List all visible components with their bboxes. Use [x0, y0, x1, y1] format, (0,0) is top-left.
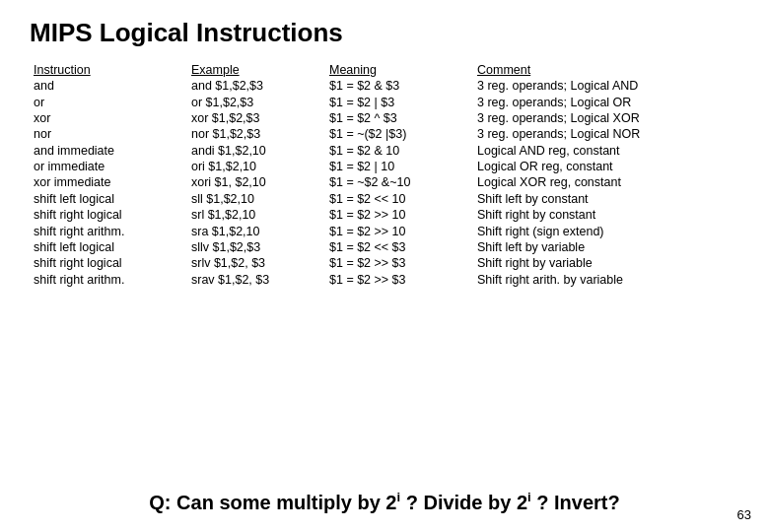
table-cell: $1 = $2 >> $3: [325, 255, 473, 271]
table-cell: or $1,$2,$3: [187, 94, 325, 109]
table-cell: Logical AND reg, constant: [473, 143, 739, 159]
table-cell: $1 = $2 << 10: [325, 191, 473, 207]
table-row: shift right arithm.srav $1,$2, $3$1 = $2…: [30, 272, 739, 288]
table-row: nornor $1,$2,$3$1 = ~($2 |$3)3 reg. oper…: [30, 126, 739, 142]
table-row: or immediateori $1,$2,10$1 = $2 | 10Logi…: [30, 159, 739, 174]
table-row: and immediateandi $1,$2,10$1 = $2 & 10Lo…: [30, 143, 739, 159]
footer-part3: ? Invert?: [531, 492, 620, 513]
table-row: oror $1,$2,$3$1 = $2 | $33 reg. operands…: [30, 94, 739, 109]
table-cell: xori $1, $2,10: [187, 174, 325, 190]
footer-text: Q: Can some multiply by 2i ? Divide by 2…: [149, 492, 619, 513]
table-row: shift right logicalsrlv $1,$2, $3$1 = $2…: [30, 255, 739, 271]
table-cell: sll $1,$2,10: [187, 191, 325, 207]
table-row: shift left logicalsll $1,$2,10$1 = $2 <<…: [30, 191, 739, 207]
table-cell: $1 = $2 & 10: [325, 143, 473, 159]
table-cell: shift right arithm.: [30, 272, 187, 288]
table-cell: Logical OR reg, constant: [473, 159, 739, 174]
footer-part1: Q: Can some multiply by 2: [149, 492, 396, 513]
table-cell: Shift right (sign extend): [473, 223, 739, 238]
table-cell: $1 = $2 << $3: [325, 239, 473, 255]
table-cell: $1 = $2 >> $3: [325, 272, 473, 288]
table-cell: $1 = $2 >> 10: [325, 207, 473, 223]
table-cell: shift right logical: [30, 255, 187, 271]
table-cell: sra $1,$2,10: [187, 223, 325, 238]
table-cell: andi $1,$2,10: [187, 143, 325, 159]
header-example: Example: [187, 62, 325, 78]
table-cell: sllv $1,$2,$3: [187, 239, 325, 255]
table-cell: and: [30, 78, 187, 94]
footer: Q: Can some multiply by 2i ? Divide by 2…: [30, 490, 739, 522]
table-row: shift right arithm.sra $1,$2,10$1 = $2 >…: [30, 223, 739, 238]
table-cell: nor $1,$2,$3: [187, 126, 325, 142]
table-cell: Shift left by constant: [473, 191, 739, 207]
table-row: shift left logicalsllv $1,$2,$3$1 = $2 <…: [30, 239, 739, 255]
table-cell: xor $1,$2,$3: [187, 110, 325, 126]
table-cell: $1 = $2 ^ $3: [325, 110, 473, 126]
instructions-table: Instruction Example Meaning Comment anda…: [30, 62, 739, 288]
table-cell: and $1,$2,$3: [187, 78, 325, 94]
table-cell: $1 = ~($2 |$3): [325, 126, 473, 142]
page-number: 63: [737, 507, 751, 522]
footer-part2: ? Divide by 2: [400, 492, 527, 513]
table-cell: or immediate: [30, 159, 187, 174]
table-cell: 3 reg. operands; Logical NOR: [473, 126, 739, 142]
table-row: xor immediatexori $1, $2,10$1 = ~$2 &~10…: [30, 174, 739, 190]
table-cell: nor: [30, 126, 187, 142]
table-cell: $1 = $2 >> 10: [325, 223, 473, 238]
table-cell: Logical XOR reg, constant: [473, 174, 739, 190]
table-cell: 3 reg. operands; Logical XOR: [473, 110, 739, 126]
table-cell: shift right arithm.: [30, 223, 187, 238]
table-cell: 3 reg. operands; Logical AND: [473, 78, 739, 94]
table-cell: ori $1,$2,10: [187, 159, 325, 174]
table-cell: $1 = $2 | 10: [325, 159, 473, 174]
table-cell: srlv $1,$2, $3: [187, 255, 325, 271]
table-cell: shift right logical: [30, 207, 187, 223]
header-instruction: Instruction: [30, 62, 187, 78]
table-cell: and immediate: [30, 143, 187, 159]
table-cell: srl $1,$2,10: [187, 207, 325, 223]
table-cell: Shift right by variable: [473, 255, 739, 271]
table-cell: $1 = $2 & $3: [325, 78, 473, 94]
header-comment: Comment: [473, 62, 739, 78]
table-cell: Shift left by variable: [473, 239, 739, 255]
table-row: shift right logicalsrl $1,$2,10$1 = $2 >…: [30, 207, 739, 223]
table-cell: $1 = ~$2 &~10: [325, 174, 473, 190]
table-cell: $1 = $2 | $3: [325, 94, 473, 109]
table-cell: 3 reg. operands; Logical OR: [473, 94, 739, 109]
table-cell: xor: [30, 110, 187, 126]
table-cell: srav $1,$2, $3: [187, 272, 325, 288]
table-cell: Shift right arith. by variable: [473, 272, 739, 288]
table-row: andand $1,$2,$3$1 = $2 & $33 reg. operan…: [30, 78, 739, 94]
table-cell: shift left logical: [30, 239, 187, 255]
table-row: xorxor $1,$2,$3$1 = $2 ^ $33 reg. operan…: [30, 110, 739, 126]
table-cell: or: [30, 94, 187, 109]
page-title: MIPS Logical Instructions: [30, 18, 739, 48]
page: MIPS Logical Instructions Instruction Ex…: [0, 0, 769, 532]
table-cell: shift left logical: [30, 191, 187, 207]
table-cell: xor immediate: [30, 174, 187, 190]
table-cell: Shift right by constant: [473, 207, 739, 223]
header-meaning: Meaning: [325, 62, 473, 78]
